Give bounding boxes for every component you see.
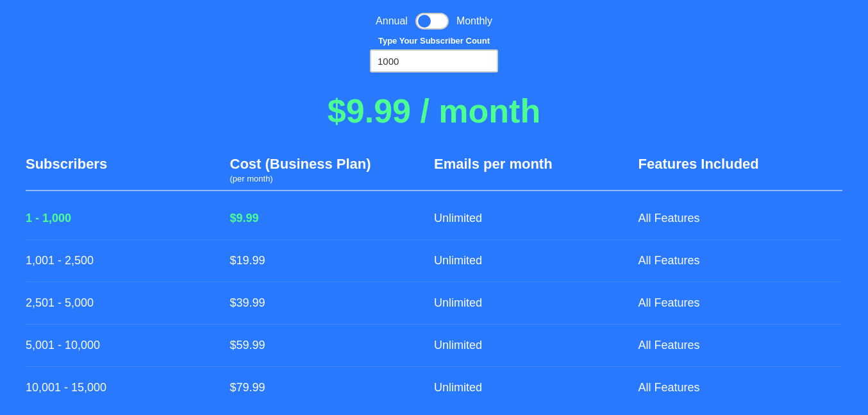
table-row: 1,001 - 2,500 $19.99 Unlimited All Featu… bbox=[26, 240, 842, 282]
toggle-knob bbox=[418, 15, 431, 28]
cell-features: All Features bbox=[638, 296, 843, 310]
table-header: Subscribers Cost (Business Plan) (per mo… bbox=[26, 156, 842, 191]
cell-emails: Unlimited bbox=[434, 296, 638, 310]
monthly-label: Monthly bbox=[456, 15, 492, 27]
table-row: 1 - 1,000 $9.99 Unlimited All Features bbox=[26, 198, 842, 240]
cell-cost: $9.99 bbox=[230, 212, 435, 225]
table-row: 5,001 - 10,000 $59.99 Unlimited All Feat… bbox=[26, 325, 842, 367]
cell-cost: $39.99 bbox=[230, 296, 435, 310]
cell-subscribers: 5,001 - 10,000 bbox=[26, 339, 230, 352]
cell-emails: Unlimited bbox=[434, 381, 638, 394]
cell-cost: $59.99 bbox=[230, 339, 435, 352]
annual-label: Annual bbox=[376, 15, 408, 27]
cell-subscribers: 1 - 1,000 bbox=[26, 212, 230, 225]
col-header-cost: Cost (Business Plan) (per month) bbox=[230, 156, 435, 183]
billing-toggle[interactable] bbox=[415, 13, 449, 30]
cell-features: All Features bbox=[638, 339, 843, 352]
cell-features: All Features bbox=[638, 254, 843, 267]
cell-features: All Features bbox=[638, 212, 843, 225]
table-row: 10,001 - 15,000 $79.99 Unlimited All Fea… bbox=[26, 367, 842, 409]
col-header-emails: Emails per month bbox=[434, 156, 638, 183]
table-row: 2,501 - 5,000 $39.99 Unlimited All Featu… bbox=[26, 282, 842, 325]
subscriber-count-input[interactable] bbox=[370, 49, 498, 72]
subscriber-count-label: Type Your Subscriber Count bbox=[378, 36, 490, 46]
cell-emails: Unlimited bbox=[434, 212, 638, 225]
price-display: $9.99 / month bbox=[328, 92, 540, 130]
top-section: Annual Monthly Type Your Subscriber Coun… bbox=[0, 0, 868, 156]
table-rows: 1 - 1,000 $9.99 Unlimited All Features 1… bbox=[26, 198, 842, 409]
cell-cost: $19.99 bbox=[230, 254, 435, 267]
col-header-subscribers: Subscribers bbox=[26, 156, 230, 183]
cell-subscribers: 1,001 - 2,500 bbox=[26, 254, 230, 267]
cell-features: All Features bbox=[638, 381, 843, 394]
cell-subscribers: 2,501 - 5,000 bbox=[26, 296, 230, 310]
toggle-row: Annual Monthly bbox=[376, 13, 492, 30]
pricing-table: Subscribers Cost (Business Plan) (per mo… bbox=[0, 156, 868, 409]
col-header-features: Features Included bbox=[638, 156, 843, 183]
cell-cost: $79.99 bbox=[230, 381, 435, 394]
cell-subscribers: 10,001 - 15,000 bbox=[26, 381, 230, 394]
cell-emails: Unlimited bbox=[434, 339, 638, 352]
cell-emails: Unlimited bbox=[434, 254, 638, 267]
